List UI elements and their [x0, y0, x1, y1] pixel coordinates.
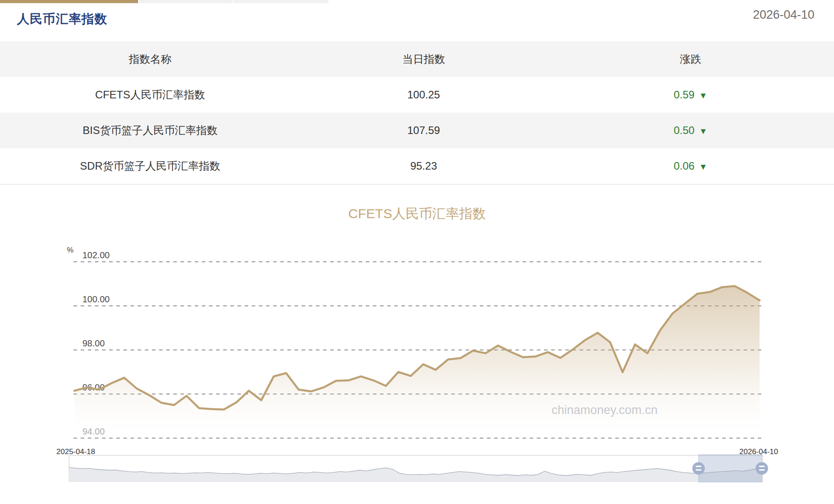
handle-grip-line — [759, 469, 764, 471]
down-triangle-icon: ▼ — [699, 126, 707, 136]
cfets-index-chart: 102.00100.0098.0096.0094.00 % chinamoney… — [0, 236, 834, 504]
tab-indicator-2[interactable] — [139, 0, 233, 3]
index-change: 0.59▼ — [547, 89, 834, 101]
page-title: 人民币汇率指数 — [17, 11, 107, 28]
col-header-value: 当日指数 — [300, 52, 547, 66]
navigator-selected-window[interactable] — [699, 455, 762, 482]
index-value: 95.23 — [300, 160, 547, 172]
index-change: 0.06▼ — [547, 160, 834, 172]
change-value: 0.06 — [674, 160, 695, 172]
area-fill — [74, 286, 760, 438]
navigator-handle-left[interactable] — [692, 462, 705, 475]
y-tick-label: 100.00 — [82, 294, 110, 304]
col-header-change: 涨跌 — [547, 52, 834, 66]
table-row: SDR货币篮子人民币汇率指数 95.23 0.06▼ — [0, 148, 834, 184]
chart-title: CFETS人民币汇率指数 — [0, 205, 834, 223]
handle-grip-line — [695, 466, 701, 467]
table-row: BIS货币篮子人民币汇率指数 107.59 0.50▼ — [0, 113, 834, 148]
handle-grip-line — [695, 469, 701, 471]
index-name: CFETS人民币汇率指数 — [0, 88, 300, 102]
y-axis-unit-label: % — [67, 246, 74, 254]
index-value: 107.59 — [300, 124, 547, 137]
tab-indicator-strip — [0, 0, 834, 3]
index-name: BIS货币篮子人民币汇率指数 — [0, 123, 300, 138]
y-tick-label: 102.00 — [82, 250, 110, 260]
index-value: 100.25 — [300, 89, 547, 101]
navigator-handle-right[interactable] — [756, 462, 768, 475]
handle-grip-line — [759, 466, 764, 467]
tab-indicator-3[interactable] — [233, 0, 328, 3]
change-value: 0.50 — [674, 124, 695, 136]
tab-indicator-active[interactable] — [0, 0, 138, 3]
index-name: SDR货币篮子人民币汇率指数 — [0, 159, 300, 173]
change-value: 0.59 — [674, 89, 695, 101]
down-triangle-icon: ▼ — [699, 91, 707, 100]
table-row: CFETS人民币汇率指数 100.25 0.59▼ — [0, 77, 834, 113]
down-triangle-icon: ▼ — [699, 162, 707, 171]
index-change: 0.50▼ — [547, 124, 834, 137]
y-tick-label: 98.00 — [82, 338, 105, 348]
header-date: 2026-04-10 — [753, 8, 814, 22]
x-axis-start-label: 2025-04-18 — [57, 447, 95, 456]
col-header-name: 指数名称 — [0, 52, 300, 66]
index-table: 指数名称 当日指数 涨跌 CFETS人民币汇率指数 100.25 0.59▼ B… — [0, 41, 834, 185]
table-header-row: 指数名称 当日指数 涨跌 — [0, 41, 834, 77]
